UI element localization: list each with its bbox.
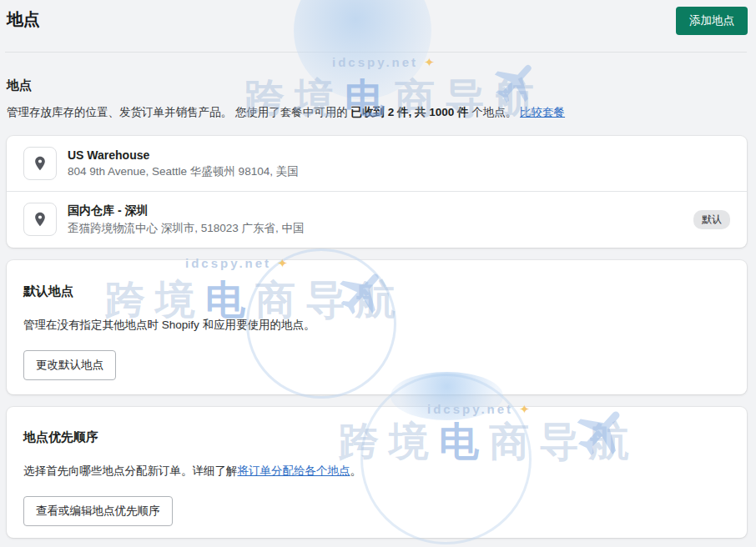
location-address: 804 9th Avenue, Seattle 华盛顿州 98104, 美国 bbox=[68, 164, 299, 179]
section-desc-text-1: 管理存放库存的位置、发货订单并销售产品。 您使用了套餐中可用的 bbox=[7, 106, 351, 118]
default-location-card: 默认地点 管理在没有指定其他地点时 Shopify 和应用要使用的地点。 更改默… bbox=[7, 260, 747, 394]
location-priority-body: 选择首先向哪些地点分配新订单。详细了解将订单分配给各个地点。 bbox=[23, 464, 730, 479]
add-location-button[interactable]: 添加地点 bbox=[676, 7, 748, 35]
view-edit-priority-button[interactable]: 查看或编辑地点优先顺序 bbox=[23, 496, 173, 526]
sparkle-icon: ✦ bbox=[424, 55, 435, 69]
priority-body-text-1: 选择首先向哪些地点分配新订单。详细了解 bbox=[23, 464, 238, 477]
watermark-site-text: idcspy.net bbox=[332, 55, 418, 69]
location-info: US Warehouse 804 9th Avenue, Seattle 华盛顿… bbox=[68, 148, 299, 179]
location-info: 国内仓库 - 深圳 歪猫跨境物流中心 深圳市, 518023 广东省, 中国 bbox=[68, 203, 305, 236]
watermark-site-top: idcspy.net ✦ bbox=[332, 55, 435, 70]
locations-settings-page: 地点 添加地点 地点 管理存放库存的位置、发货订单并销售产品。 您使用了套餐中可… bbox=[0, 0, 756, 547]
section-desc-text-2: 个地点。 bbox=[469, 106, 521, 118]
location-priority-card: 地点优先顺序 选择首先向哪些地点分配新订单。详细了解将订单分配给各个地点。 查看… bbox=[7, 407, 747, 538]
page-title: 地点 bbox=[7, 8, 40, 31]
watermark-globe-top bbox=[294, 0, 431, 99]
priority-body-text-2: 。 bbox=[350, 464, 362, 477]
change-default-location-button[interactable]: 更改默认地点 bbox=[23, 350, 116, 380]
location-row-shenzhen[interactable]: 国内仓库 - 深圳 歪猫跨境物流中心 深圳市, 518023 广东省, 中国 默… bbox=[7, 192, 747, 247]
location-row-us-warehouse[interactable]: US Warehouse 804 9th Avenue, Seattle 华盛顿… bbox=[7, 136, 747, 192]
default-badge: 默认 bbox=[693, 210, 730, 229]
location-name: 国内仓库 - 深圳 bbox=[68, 203, 305, 218]
default-location-heading: 默认地点 bbox=[23, 284, 730, 299]
compare-plans-link[interactable]: 比较套餐 bbox=[520, 106, 565, 118]
location-address: 歪猫跨境物流中心 深圳市, 518023 广东省, 中国 bbox=[68, 221, 305, 236]
section-heading-locations: 地点 bbox=[7, 78, 32, 93]
locations-list-card: US Warehouse 804 9th Avenue, Seattle 华盛顿… bbox=[7, 136, 747, 248]
location-pin-icon bbox=[23, 147, 57, 180]
location-pin-icon bbox=[23, 203, 57, 236]
header-divider bbox=[5, 52, 747, 53]
default-location-body: 管理在没有指定其他地点时 Shopify 和应用要使用的地点。 bbox=[23, 318, 730, 333]
section-description: 管理存放库存的位置、发货订单并销售产品。 您使用了套餐中可用的 已收到 2 件,… bbox=[7, 105, 565, 120]
location-priority-heading: 地点优先顺序 bbox=[23, 429, 730, 445]
usage-count-text: 已收到 2 件, 共 1000 件 bbox=[351, 106, 469, 118]
assign-orders-link[interactable]: 将订单分配给各个地点 bbox=[238, 464, 350, 477]
location-name: US Warehouse bbox=[68, 148, 299, 162]
